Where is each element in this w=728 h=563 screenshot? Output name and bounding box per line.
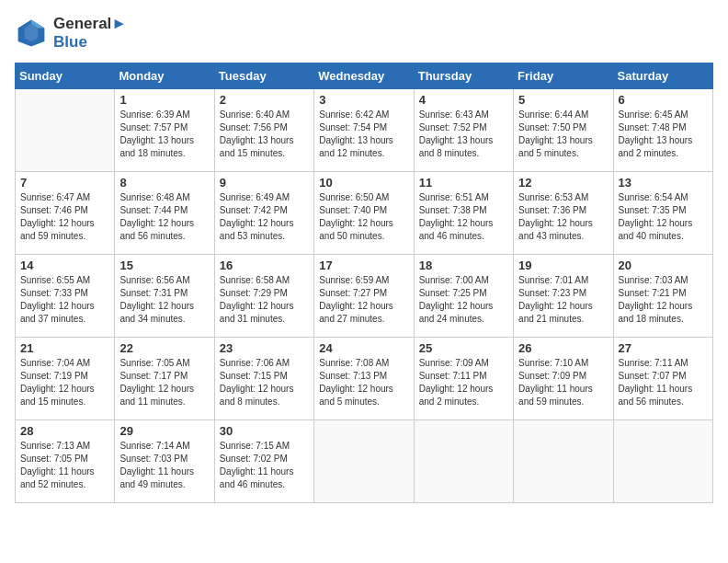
cell-info: Sunrise: 7:00 AMSunset: 7:25 PMDaylight:… [419, 274, 508, 326]
cell-info: Sunrise: 6:44 AMSunset: 7:50 PMDaylight:… [518, 109, 608, 160]
cell-info: Sunrise: 7:09 AMSunset: 7:11 PMDaylight:… [419, 357, 508, 408]
cell-info: Sunrise: 6:47 AMSunset: 7:46 PMDaylight:… [20, 191, 109, 243]
day-number: 22 [119, 341, 209, 355]
weekday-header-saturday: Saturday [613, 63, 712, 89]
calendar-cell: 25Sunrise: 7:09 AMSunset: 7:11 PMDayligh… [414, 338, 513, 420]
cell-info: Sunrise: 6:40 AMSunset: 7:56 PMDaylight:… [220, 109, 309, 160]
day-number: 24 [319, 341, 408, 355]
calendar-cell: 24Sunrise: 7:08 AMSunset: 7:13 PMDayligh… [314, 338, 414, 420]
day-number: 16 [220, 259, 309, 272]
calendar-cell: 29Sunrise: 7:14 AMSunset: 7:03 PMDayligh… [115, 420, 214, 503]
calendar-cell: 22Sunrise: 7:05 AMSunset: 7:17 PMDayligh… [115, 338, 214, 420]
calendar-cell: 20Sunrise: 7:03 AMSunset: 7:21 PMDayligh… [613, 255, 712, 338]
cell-info: Sunrise: 7:15 AMSunset: 7:02 PMDaylight:… [220, 440, 309, 491]
weekday-header-tuesday: Tuesday [214, 63, 313, 89]
cell-info: Sunrise: 7:08 AMSunset: 7:13 PMDaylight:… [319, 357, 408, 408]
day-number: 6 [619, 93, 708, 107]
calendar-cell: 14Sunrise: 6:55 AMSunset: 7:33 PMDayligh… [16, 255, 115, 338]
day-number: 27 [619, 341, 708, 355]
calendar-cell: 21Sunrise: 7:04 AMSunset: 7:19 PMDayligh… [16, 338, 115, 420]
cell-info: Sunrise: 6:45 AMSunset: 7:48 PMDaylight:… [619, 109, 708, 160]
calendar-cell: 9Sunrise: 6:49 AMSunset: 7:42 PMDaylight… [214, 172, 313, 255]
day-number: 7 [20, 176, 109, 190]
day-number: 19 [518, 259, 608, 272]
calendar-cell: 30Sunrise: 7:15 AMSunset: 7:02 PMDayligh… [214, 420, 313, 503]
day-number: 30 [220, 424, 309, 438]
calendar-cell: 23Sunrise: 7:06 AMSunset: 7:15 PMDayligh… [214, 338, 313, 420]
cell-info: Sunrise: 6:53 AMSunset: 7:36 PMDaylight:… [518, 191, 608, 243]
day-number: 15 [119, 259, 209, 272]
day-number: 13 [619, 176, 708, 190]
cell-info: Sunrise: 7:03 AMSunset: 7:21 PMDaylight:… [619, 274, 708, 326]
day-number: 18 [419, 259, 508, 272]
calendar-cell: 8Sunrise: 6:48 AMSunset: 7:44 PMDaylight… [115, 172, 214, 255]
calendar-cell: 17Sunrise: 6:59 AMSunset: 7:27 PMDayligh… [314, 255, 414, 338]
calendar-week-3: 21Sunrise: 7:04 AMSunset: 7:19 PMDayligh… [16, 338, 713, 420]
cell-info: Sunrise: 6:58 AMSunset: 7:29 PMDaylight:… [220, 274, 309, 326]
cell-info: Sunrise: 6:51 AMSunset: 7:38 PMDaylight:… [419, 191, 508, 243]
calendar-cell: 12Sunrise: 6:53 AMSunset: 7:36 PMDayligh… [514, 172, 613, 255]
cell-info: Sunrise: 7:10 AMSunset: 7:09 PMDaylight:… [518, 357, 608, 408]
calendar-header: SundayMondayTuesdayWednesdayThursdayFrid… [16, 63, 713, 89]
calendar-week-2: 14Sunrise: 6:55 AMSunset: 7:33 PMDayligh… [16, 255, 713, 338]
logo: General► Blue [15, 15, 127, 52]
day-number: 2 [220, 93, 309, 107]
calendar-cell: 2Sunrise: 6:40 AMSunset: 7:56 PMDaylight… [214, 89, 313, 172]
day-number: 14 [20, 259, 109, 272]
cell-info: Sunrise: 7:06 AMSunset: 7:15 PMDaylight:… [220, 357, 309, 408]
weekday-header-thursday: Thursday [414, 63, 513, 89]
day-number: 17 [319, 259, 408, 272]
day-number: 28 [20, 424, 109, 438]
cell-info: Sunrise: 6:54 AMSunset: 7:35 PMDaylight:… [619, 191, 708, 243]
day-number: 9 [220, 176, 309, 190]
weekday-header-monday: Monday [115, 63, 214, 89]
cell-info: Sunrise: 6:59 AMSunset: 7:27 PMDaylight:… [319, 274, 408, 326]
calendar-week-1: 7Sunrise: 6:47 AMSunset: 7:46 PMDaylight… [16, 172, 713, 255]
day-number: 11 [419, 176, 508, 190]
calendar-cell: 27Sunrise: 7:11 AMSunset: 7:07 PMDayligh… [613, 338, 712, 420]
calendar-cell: 1Sunrise: 6:39 AMSunset: 7:57 PMDaylight… [115, 89, 214, 172]
calendar-cell [314, 420, 414, 503]
day-number: 5 [518, 93, 608, 107]
cell-info: Sunrise: 6:56 AMSunset: 7:31 PMDaylight:… [119, 274, 209, 326]
cell-info: Sunrise: 7:01 AMSunset: 7:23 PMDaylight:… [518, 274, 608, 326]
calendar-cell: 11Sunrise: 6:51 AMSunset: 7:38 PMDayligh… [414, 172, 513, 255]
day-number: 12 [518, 176, 608, 190]
calendar-cell: 18Sunrise: 7:00 AMSunset: 7:25 PMDayligh… [414, 255, 513, 338]
calendar-cell [514, 420, 613, 503]
calendar-table: SundayMondayTuesdayWednesdayThursdayFrid… [15, 63, 713, 503]
calendar-cell: 7Sunrise: 6:47 AMSunset: 7:46 PMDaylight… [16, 172, 115, 255]
cell-info: Sunrise: 6:48 AMSunset: 7:44 PMDaylight:… [119, 191, 209, 243]
calendar-cell: 5Sunrise: 6:44 AMSunset: 7:50 PMDaylight… [514, 89, 613, 172]
cell-info: Sunrise: 6:43 AMSunset: 7:52 PMDaylight:… [419, 109, 508, 160]
calendar-cell [613, 420, 712, 503]
cell-info: Sunrise: 7:04 AMSunset: 7:19 PMDaylight:… [20, 357, 109, 408]
cell-info: Sunrise: 6:49 AMSunset: 7:42 PMDaylight:… [220, 191, 309, 243]
calendar-week-0: 1Sunrise: 6:39 AMSunset: 7:57 PMDaylight… [16, 89, 713, 172]
calendar-cell: 13Sunrise: 6:54 AMSunset: 7:35 PMDayligh… [613, 172, 712, 255]
day-number: 10 [319, 176, 408, 190]
calendar-week-4: 28Sunrise: 7:13 AMSunset: 7:05 PMDayligh… [16, 420, 713, 503]
calendar-cell: 4Sunrise: 6:43 AMSunset: 7:52 PMDaylight… [414, 89, 513, 172]
cell-info: Sunrise: 7:05 AMSunset: 7:17 PMDaylight:… [119, 357, 209, 408]
day-number: 20 [619, 259, 708, 272]
logo-icon [15, 17, 48, 50]
cell-info: Sunrise: 7:11 AMSunset: 7:07 PMDaylight:… [619, 357, 708, 408]
day-number: 3 [319, 93, 408, 107]
weekday-header-sunday: Sunday [16, 63, 115, 89]
cell-info: Sunrise: 6:42 AMSunset: 7:54 PMDaylight:… [319, 109, 408, 160]
weekday-header-wednesday: Wednesday [314, 63, 414, 89]
calendar-cell [414, 420, 513, 503]
cell-info: Sunrise: 7:14 AMSunset: 7:03 PMDaylight:… [119, 440, 209, 491]
weekday-header-friday: Friday [514, 63, 613, 89]
calendar-cell: 19Sunrise: 7:01 AMSunset: 7:23 PMDayligh… [514, 255, 613, 338]
day-number: 21 [20, 341, 109, 355]
day-number: 4 [419, 93, 508, 107]
cell-info: Sunrise: 6:55 AMSunset: 7:33 PMDaylight:… [20, 274, 109, 326]
calendar-cell: 3Sunrise: 6:42 AMSunset: 7:54 PMDaylight… [314, 89, 414, 172]
calendar-cell [16, 89, 115, 172]
cell-info: Sunrise: 7:13 AMSunset: 7:05 PMDaylight:… [20, 440, 109, 491]
calendar-cell: 15Sunrise: 6:56 AMSunset: 7:31 PMDayligh… [115, 255, 214, 338]
calendar-cell: 6Sunrise: 6:45 AMSunset: 7:48 PMDaylight… [613, 89, 712, 172]
calendar-cell: 28Sunrise: 7:13 AMSunset: 7:05 PMDayligh… [16, 420, 115, 503]
